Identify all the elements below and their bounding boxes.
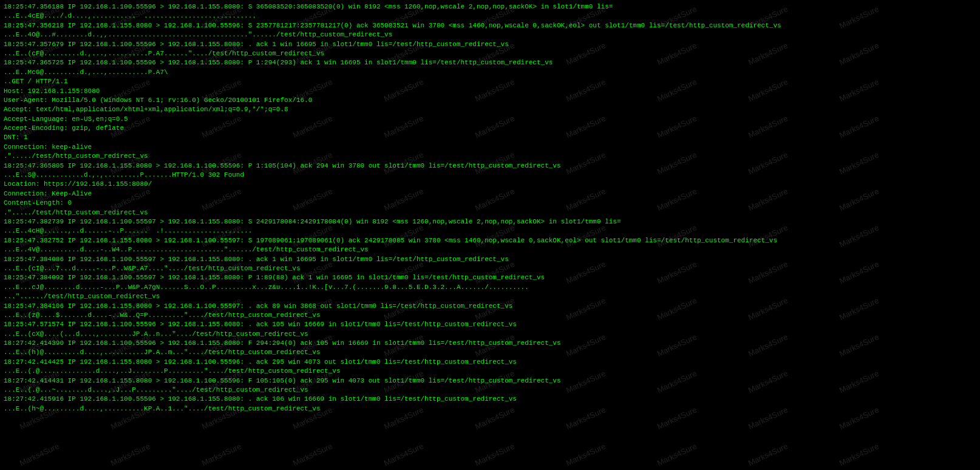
watermark-text: Marks4Sure [109,441,152,469]
terminal-line: Accept-Language: en-US,en;q=0.5 [4,115,976,124]
terminal-line: ."...../test/http_custom_redirect_vs [4,208,976,217]
terminal-output: 18:25:47.356188 IP 192.168.1.100.55596 >… [0,0,980,416]
terminal-line: ...E..4cE@..../.d....,........... ......… [4,12,976,21]
terminal-line: ...E..(h)@.........d....,..........JP.A.… [4,348,976,357]
terminal-line: Location: https://192.168.1.155:8080/ [4,180,976,189]
terminal-line: 18:25:47.382739 IP 192.168.1.100.55597 >… [4,217,976,226]
terminal-line: ...E..S@............d.,.,.........P.....… [4,171,976,180]
terminal-line: ...E..(cI@...7...d.....-...P..W&P.A7....… [4,264,976,273]
terminal-line: ...E..(cF@.........d.,...,..........P.A7… [4,49,976,58]
terminal-line: 18:25:47.365805 IP 192.168.1.155.8080 > … [4,162,976,171]
terminal-line: ...E..4V@..........d....-..W4..P........… [4,245,976,254]
terminal-line: 18:27:42.415916 IP 192.168.1.100.55596 >… [4,395,976,404]
terminal-line: Host: 192.168.1.155:8080 [4,87,976,96]
terminal-line: 18:25:47.571574 IP 192.168.1.100.55596 >… [4,320,976,329]
terminal-line: 18:25:47.356188 IP 192.168.1.100.55596 >… [4,2,976,12]
terminal-line: Connection: keep-alive [4,143,976,152]
watermark-text: Marks4Sure [837,441,880,469]
terminal-line: ...E..(z@....$.......d....-..W&..Q=P....… [4,311,976,320]
terminal-line: 18:25:47.384086 IP 192.168.1.100.55597 >… [4,255,976,264]
terminal-line: Connection: Keep-Alive [4,189,976,199]
terminal-line: Accept-Encoding: gzip, deflate [4,124,976,133]
watermark-text: Marks4Sure [655,441,698,469]
terminal-line: 18:25:47.357679 IP 192.168.1.100.55596 >… [4,40,976,49]
terminal-line: 18:27:42.414390 IP 192.168.1.100.55596 >… [4,339,976,348]
terminal-line: ...E...cJ@........d.....-...P..W&P.A7gN.… [4,283,976,292]
terminal-line: 18:27:42.414431 IP 192.168.1.155.8080 > … [4,376,976,386]
watermark-text: Marks4Sure [746,441,789,469]
watermark-text: Marks4Sure [200,441,243,469]
terminal-line: Content-Length: 0 [4,199,976,208]
terminal-line: ...E..(.@...~........d....,.J...P.......… [4,386,976,395]
watermark-text: Marks4Sure [291,441,334,469]
terminal-line: 18:25:47.365725 IP 192.168.1.100.55596 >… [4,58,976,67]
terminal-line: ..GET / HTTP/1.1 [4,77,976,86]
terminal-line: 18:25:47.384092 IP 192.168.1.100.55597 >… [4,273,976,282]
watermark-text: Marks4Sure [564,441,607,469]
terminal-line: ."...../test/http_custom_redirect_vs [4,152,976,161]
terminal-line: ..."....../test/http_custom_redirect_vs [4,292,976,301]
terminal-line: ...E..McG@.........d.,...,..........P.A7… [4,68,976,77]
terminal-line: ...E..4cH@......,..d......-..P...... .!.… [4,226,976,236]
terminal-line: 18:27:42.414425 IP 192.168.1.155.8080 > … [4,358,976,367]
terminal-line: Accept: text/html,application/xhtml+xml,… [4,105,976,114]
terminal-line: 18:25:47.356218 IP 192.168.1.155.8080 > … [4,21,976,30]
terminal-line: ...E..4O@...#........d..,,..............… [4,30,976,39]
terminal-line: ...E..(.@..............d....,..J........… [4,367,976,376]
terminal-line: DNT: 1 [4,133,976,142]
terminal-line: ...E..(h~@.........d....,..........KP.A.… [4,404,976,414]
terminal-line: User-Agent: Mozilla/5.0 (Windows NT 6.1;… [4,96,976,105]
watermark-text: Marks4Sure [473,441,516,469]
terminal-line: ...E..(cX@....(...d....,........JP.A..n.… [4,330,976,339]
watermark-text: Marks4Sure [382,441,425,469]
watermark-text: Marks4Sure [18,441,61,469]
terminal-line: 18:25:47.382752 IP 192.168.1.155.8080 > … [4,236,976,245]
terminal-line: 18:25:47.384106 IP 192.168.1.155.8080 > … [4,302,976,311]
